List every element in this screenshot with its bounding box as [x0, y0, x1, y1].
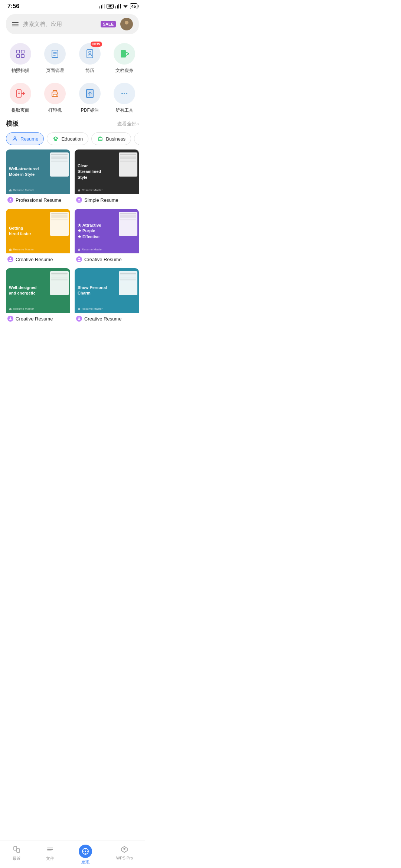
thumb-watermark: Resume Master — [78, 188, 102, 192]
template-name-row-card5: Creative Resume — [6, 313, 70, 323]
thumb-text: Well-structuredModern Style — [9, 166, 39, 178]
status-icons: HD 45 — [99, 3, 137, 9]
tool-label-resume: 简历 — [85, 68, 94, 74]
menu-icon[interactable] — [12, 22, 19, 26]
thumb-watermark: Resume Master — [9, 188, 34, 192]
battery-icon: 45 — [130, 3, 137, 9]
signal-muted-icon — [99, 4, 105, 9]
tab-label-education: Education — [61, 136, 83, 142]
tool-label-all-tools: 所有工具 — [115, 107, 133, 114]
svg-rect-19 — [121, 50, 126, 57]
tool-page-mgmt[interactable]: 页面管理 — [39, 43, 71, 74]
template-name-text-card4: Creative Resume — [84, 257, 121, 262]
svg-point-28 — [121, 93, 123, 94]
svg-point-8 — [125, 21, 128, 24]
template-name-row-card4: Creative Resume — [75, 253, 139, 264]
avatar-image — [123, 20, 130, 28]
template-name-text-card6: Creative Resume — [84, 316, 121, 322]
svg-point-30 — [126, 93, 127, 94]
svg-rect-12 — [21, 55, 24, 57]
section-header: 模板 查看全部 › — [6, 119, 139, 128]
signal-icon — [115, 4, 121, 9]
tool-printer[interactable]: 打印机 — [39, 83, 71, 114]
tool-resume[interactable]: NEW简历 — [74, 43, 106, 74]
tab-label-business: Business — [106, 136, 125, 142]
thumb-paper — [50, 152, 69, 177]
svg-point-39 — [10, 258, 11, 260]
thumb-watermark: Resume Master — [9, 307, 34, 310]
thumb-text: ★ Attractive★ Purple★ Effective — [78, 223, 101, 240]
template-name-icon — [76, 316, 82, 322]
template-card-card5[interactable]: Well-designedand energeticResume MasterC… — [6, 268, 70, 323]
search-input[interactable]: 搜索文档、应用 — [23, 21, 96, 28]
tool-scan[interactable]: 拍照扫描 — [4, 43, 36, 74]
tab-icon-resume — [12, 135, 18, 142]
thumb-watermark: Resume Master — [78, 307, 102, 310]
thumb-paper — [50, 271, 69, 295]
tool-icon-pdf — [79, 83, 101, 104]
template-name-icon — [7, 256, 13, 262]
status-bar: 7:56 HD 45 — [0, 0, 145, 11]
template-thumb-card2: ClearStreamlinedStyleResume Master — [75, 149, 139, 194]
template-grid: Well-structuredModern StyleResume Master… — [6, 149, 139, 323]
svg-point-31 — [14, 137, 16, 139]
tab-resume[interactable]: Resume — [6, 132, 44, 145]
template-card-card2[interactable]: ClearStreamlinedStyleResume MasterSimple… — [75, 149, 139, 204]
tool-extract[interactable]: 提取页面 — [4, 83, 36, 114]
thumb-paper — [119, 271, 137, 295]
status-time: 7:56 — [7, 3, 19, 10]
template-name-row-card3: Creative Resume — [6, 253, 70, 264]
tool-pdf[interactable]: PDF标注 — [74, 83, 106, 114]
template-thumb-card6: Show PersonalCharmResume Master — [75, 268, 139, 313]
svg-rect-9 — [17, 50, 20, 53]
svg-point-38 — [78, 199, 80, 200]
tool-label-printer: 打印机 — [48, 107, 62, 114]
template-thumb-card3: Gettinghired fasterResume Master — [6, 209, 70, 253]
template-card-card3[interactable]: Gettinghired fasterResume MasterCreative… — [6, 209, 70, 264]
tool-icon-resume: NEW — [79, 43, 101, 65]
tool-icon-scan — [10, 43, 31, 65]
template-name-text-card3: Creative Resume — [16, 257, 53, 262]
tool-icon-page-mgmt — [44, 43, 66, 65]
sale-badge[interactable]: SALE — [101, 21, 116, 27]
thumb-text: Well-designedand energetic — [9, 285, 36, 296]
search-bar[interactable]: 搜索文档、应用 SALE — [6, 14, 139, 34]
see-all-button[interactable]: 查看全部 › — [117, 121, 139, 127]
template-card-card4[interactable]: ★ Attractive★ Purple★ EffectiveResume Ma… — [75, 209, 139, 264]
template-name-text-card1: Professional Resume — [16, 197, 62, 203]
section-title: 模板 — [6, 119, 19, 128]
tool-slim[interactable]: 文档瘦身 — [109, 43, 141, 74]
svg-rect-24 — [53, 94, 57, 96]
template-name-icon — [7, 197, 13, 203]
tool-icon-printer — [44, 83, 66, 104]
tool-label-scan: 拍照扫描 — [12, 68, 29, 74]
tool-all-tools[interactable]: 所有工具 — [109, 83, 141, 114]
svg-point-40 — [78, 258, 80, 260]
template-name-text-card5: Creative Resume — [16, 316, 53, 322]
avatar[interactable] — [120, 18, 133, 30]
template-name-icon — [76, 197, 82, 203]
tab-label-resume: Resume — [20, 136, 38, 142]
template-name-row-card1: Professional Resume — [6, 194, 70, 204]
tool-label-extract: 提取页面 — [12, 107, 29, 114]
template-name-row-card6: Creative Resume — [75, 313, 139, 323]
tab-business[interactable]: Business — [91, 132, 131, 145]
thumb-text: Gettinghired faster — [9, 226, 31, 237]
wifi-icon — [123, 4, 128, 9]
tab-icon-business — [97, 135, 104, 142]
svg-point-25 — [57, 93, 58, 94]
template-name-icon — [7, 316, 13, 322]
new-badge: NEW — [91, 42, 102, 47]
thumb-watermark: Resume Master — [78, 248, 102, 251]
template-card-card6[interactable]: Show PersonalCharmResume MasterCreative … — [75, 268, 139, 323]
template-card-card1[interactable]: Well-structuredModern StyleResume Master… — [6, 149, 70, 204]
thumb-watermark: Resume Master — [9, 248, 34, 251]
thumb-paper — [119, 152, 137, 177]
thumb-paper — [50, 212, 69, 236]
category-tabs[interactable]: ResumeEducationBusinessLetter — [6, 132, 139, 149]
tool-icon-all-tools — [114, 83, 135, 104]
tab-letter[interactable]: Letter — [134, 132, 139, 145]
tab-education[interactable]: Education — [47, 132, 88, 145]
svg-rect-10 — [21, 50, 24, 53]
tool-icon-extract — [10, 83, 31, 104]
